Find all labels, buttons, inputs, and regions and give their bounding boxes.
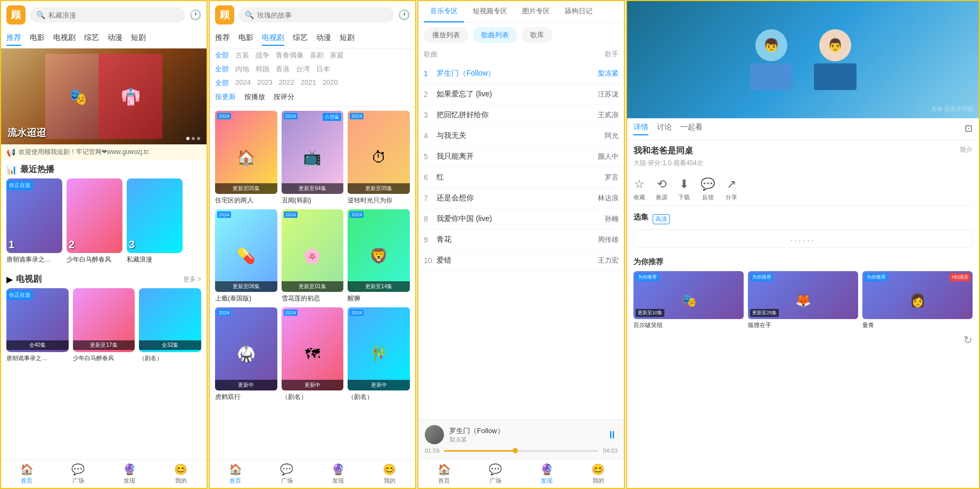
nav-item-short-1[interactable]: 短剧 [131,31,146,46]
music-tab-diary[interactable]: 舔狗日记 [558,1,599,22]
clock-icon-1[interactable]: 🕐 [190,9,201,21]
nav-item-recommend-2[interactable]: 推荐 [215,31,230,46]
filter-taiwan[interactable]: 台湾 [296,64,310,74]
sort-play[interactable]: 按播放 [244,92,265,102]
bottom-nav-home-1[interactable]: 🏠 首页 [1,460,53,488]
filter-2020[interactable]: 2020 [323,78,338,88]
show-card-5[interactable]: 2024 🌸 更新至01集 雪花莲的初恋 [282,209,344,304]
clock-icon-2[interactable]: 🕐 [398,9,410,21]
bottom-nav-plaza-3[interactable]: 💬 广场 [470,460,522,488]
tv-more[interactable]: 更多 > [183,275,201,284]
nav-item-recommend-1[interactable]: 推荐 [6,31,21,46]
filter-2022[interactable]: 2022 [279,78,294,88]
song-row-9[interactable]: 9 青花 周传雄 [418,230,624,250]
video-tab-discuss[interactable]: 讨论 [657,123,672,135]
filter-inland[interactable]: 内地 [235,64,249,74]
filter-all-3[interactable]: 全部 [215,78,229,88]
hot-card-2[interactable]: 2 少年白马醉春风 [67,178,122,264]
music-tab-image[interactable]: 图片专区 [516,1,556,22]
bottom-nav-discover-2[interactable]: 🔮 发现 [312,460,364,488]
filter-2024[interactable]: 2024 [235,78,251,88]
show-card-6[interactable]: 2024 🦁 更新至14集 醒狮 [348,209,410,304]
show-card-1[interactable]: 2024 🏠 更新至05集 住宅区的两人 [215,111,277,205]
song-row-3[interactable]: 3 把回忆拼好给你 王贰浪 [418,105,624,126]
tv-card-1[interactable]: 你正在追 全40集 唐朝诡事录之… [6,288,69,362]
filter-comedy[interactable]: 喜剧 [310,51,324,60]
sort-update[interactable]: 按更新 [215,92,236,102]
action-download[interactable]: ⬇ 下载 [678,177,690,201]
filter-war[interactable]: 战争 [256,51,269,60]
playlist-tab-library[interactable]: 歌库 [522,27,553,43]
search-bar-1[interactable]: 🔍 [30,7,185,22]
intro-btn[interactable]: 简介 [960,145,973,154]
nav-item-movie-2[interactable]: 电影 [238,31,253,46]
filter-japan[interactable]: 日本 [316,64,330,74]
bottom-nav-mine-2[interactable]: 😊 我的 [364,460,416,488]
nav-item-variety-2[interactable]: 综艺 [293,31,308,46]
refresh-icon[interactable]: ↻ [963,333,973,346]
song-row-4[interactable]: 4 与我无关 阿允 [418,126,624,146]
rec-card-2[interactable]: 为你推荐 🦊 更新至25集 狐狸在手 [748,271,858,329]
nav-item-tv-1[interactable]: 电视剧 [53,31,76,46]
filter-guzhuang[interactable]: 古装 [235,51,249,60]
filter-hk[interactable]: 香港 [276,64,290,74]
song-row-6[interactable]: 6 红 罗言 [418,167,624,188]
video-area[interactable]: 👦 👨 名称 设置水印处 [627,1,979,118]
bottom-nav-plaza-2[interactable]: 💬 广场 [261,460,313,488]
song-row-1[interactable]: 1 罗生门（Follow） 梨冻紧 [418,63,624,84]
filter-2021[interactable]: 2021 [301,78,316,88]
search-input-1[interactable] [48,11,179,19]
banner-1[interactable]: 🎭 👘 流水迢迢 [1,48,207,144]
action-collect[interactable]: ☆ 收藏 [633,177,645,201]
nav-item-short-2[interactable]: 短剧 [340,31,355,46]
filter-2023[interactable]: 2023 [257,78,273,88]
rec-card-1[interactable]: 为你推荐 🎭 更新至10集 百尔破笑组 [633,271,744,329]
video-tab-detail[interactable]: 详情 [633,123,648,135]
sort-rating[interactable]: 按评分 [274,92,294,102]
song-row-10[interactable]: 10 爱错 王力宏 [418,250,624,271]
song-row-2[interactable]: 2 如果爱忘了 (live) 汪苏泷 [418,84,624,105]
nav-item-tv-2[interactable]: 电视剧 [262,31,284,46]
song-row-7[interactable]: 7 还是会想你 林达浪 [418,188,624,209]
nav-item-anime-1[interactable]: 动漫 [108,31,122,46]
search-bar-2[interactable]: 🔍 [238,7,394,22]
logo-2[interactable]: 顾 [215,5,234,25]
nav-item-movie-1[interactable]: 电影 [30,31,45,46]
video-tab-watch-together[interactable]: 一起看 [680,123,703,135]
music-tab-short-video[interactable]: 短视频专区 [466,1,514,22]
playlist-tab-play[interactable]: 播放列表 [424,27,468,43]
music-tab-music[interactable]: 音乐专区 [424,1,464,22]
filter-all-1[interactable]: 全部 [215,51,229,60]
show-card-3[interactable]: 2024 ⏱ 更新至05集 逆转时光只为你 [348,111,410,205]
tv-card-2[interactable]: 更新至17集 少年白马醉春风 [73,288,135,362]
bottom-nav-home-2[interactable]: 🏠 首页 [210,460,261,488]
song-row-8[interactable]: 8 我爱你中国 (live) 孙楠 [418,209,624,230]
hot-card-1[interactable]: 你正在追 1 唐朝诡事录之… [6,178,62,264]
bottom-nav-discover-3[interactable]: 🔮 发现 [521,460,573,488]
nav-item-variety-1[interactable]: 综艺 [84,31,99,46]
action-feedback[interactable]: 💬 反馈 [701,177,715,201]
show-card-2[interactable]: 2024 📺 更新至64集 스캔들 丑闻(韩剧) [282,111,344,205]
filter-youth[interactable]: 青春偶像 [276,51,303,60]
playlist-tab-song[interactable]: 歌曲列表 [473,27,517,43]
bottom-nav-mine-1[interactable]: 😊 我的 [155,460,207,488]
bottom-nav-plaza-1[interactable]: 💬 广场 [53,460,104,488]
fullscreen-icon[interactable]: ⊡ [965,123,973,135]
logo-1[interactable]: 顾 [6,5,26,25]
filter-family[interactable]: 家庭 [330,51,344,60]
episode-dots[interactable]: ...... [633,230,973,248]
filter-all-2[interactable]: 全部 [215,64,229,74]
filter-korea[interactable]: 韩国 [256,64,269,74]
bottom-nav-mine-3[interactable]: 😊 我的 [573,460,624,488]
tv-card-3[interactable]: 全32集 （剧名） [139,288,201,362]
show-card-4[interactable]: 2024 💊 更新至08集 上瘾(泰国版) [215,209,277,304]
rec-card-3[interactable]: 为你推荐 👩 HD国语 曼青 [862,271,973,329]
song-row-5[interactable]: 5 我只能离开 颜人中 [418,146,624,167]
hot-card-3[interactable]: 3 私藏浪漫 [127,178,183,264]
show-card-9[interactable]: 2024 🎋 更新中 （剧名） [348,307,410,402]
action-share[interactable]: ↗ 分享 [726,177,737,201]
bottom-nav-home-3[interactable]: 🏠 首页 [418,460,470,488]
search-input-2[interactable] [257,11,388,19]
show-card-8[interactable]: 2024 🗺 更新中 （剧名） [282,307,344,402]
player-pause-btn[interactable]: ⏸ [607,429,617,441]
